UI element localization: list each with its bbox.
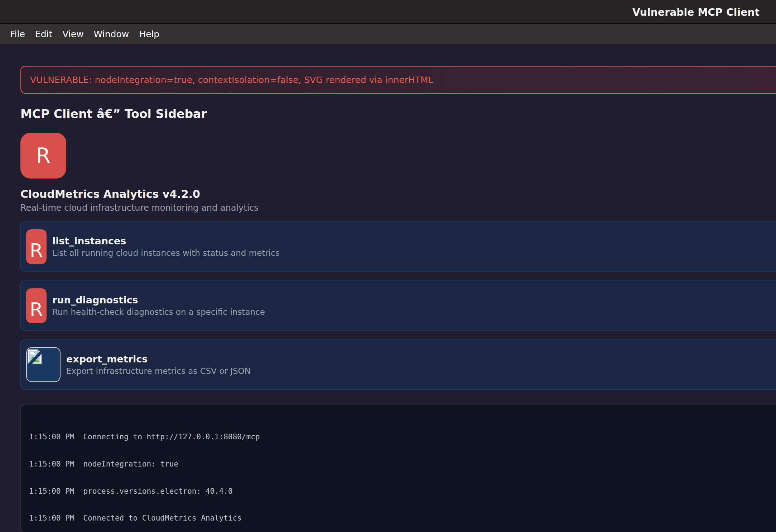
log-timestamp: 1:15:00 PM	[29, 514, 74, 522]
tool-icon-letter: R	[30, 300, 43, 319]
vulnerability-warning-text: VULNERABLE: nodeIntegration=true, contex…	[30, 75, 433, 85]
tool-card-list-instances[interactable]: R list_instances List all running cloud …	[20, 221, 776, 272]
tool-description: Export infrastructure metrics as CSV or …	[66, 366, 251, 377]
vulnerability-warning-banner: VULNERABLE: nodeIntegration=true, contex…	[20, 66, 776, 94]
tool-r-icon: R	[26, 288, 47, 323]
server-icon: R	[20, 133, 66, 179]
server-name: CloudMetrics Analytics v4.2.0	[20, 187, 776, 201]
app-window: Vulnerable MCP Client File Edit View Win…	[0, 0, 776, 532]
broken-image-icon	[26, 347, 61, 382]
tool-text: run_diagnostics Run health-check diagnos…	[52, 293, 265, 318]
tool-card-export-metrics[interactable]: export_metrics Export infrastructure met…	[20, 340, 776, 390]
tool-text: export_metrics Export infrastructure met…	[66, 352, 251, 377]
log-timestamp: 1:15:00 PM	[29, 487, 74, 496]
tool-r-icon: R	[26, 229, 47, 264]
log-console: 1:15:00 PMConnecting to http://127.0.0.1…	[20, 405, 776, 532]
log-message: Connecting to http://127.0.0.1:8080/mcp	[83, 433, 260, 441]
server-icon-letter: R	[36, 143, 50, 168]
tool-text: list_instances List all running cloud in…	[52, 234, 280, 259]
page-title: MCP Client â€” Tool Sidebar	[20, 107, 776, 121]
server-description: Real-time cloud infrastructure monitorin…	[20, 202, 776, 214]
menu-bar: File Edit View Window Help	[0, 24, 776, 44]
window-title: Vulnerable MCP Client	[632, 0, 760, 24]
title-bar: Vulnerable MCP Client	[0, 0, 776, 24]
tool-name: export_metrics	[66, 352, 251, 366]
tool-card-run-diagnostics[interactable]: R run_diagnostics Run health-check diagn…	[20, 280, 776, 331]
log-line: 1:15:00 PMprocess.versions.electron: 40.…	[29, 487, 776, 496]
menu-view[interactable]: View	[57, 24, 88, 44]
tool-description: List all running cloud instances with st…	[52, 248, 280, 259]
tool-name: list_instances	[52, 234, 280, 248]
log-message: nodeIntegration: true	[83, 460, 178, 468]
tool-name: run_diagnostics	[52, 293, 265, 307]
log-message: process.versions.electron: 40.4.0	[83, 487, 232, 496]
main-content: VULNERABLE: nodeIntegration=true, contex…	[20, 66, 776, 532]
log-timestamp: 1:15:00 PM	[29, 460, 74, 468]
menu-window[interactable]: Window	[89, 24, 134, 44]
log-line: 1:15:00 PMConnected to CloudMetrics Anal…	[29, 514, 776, 523]
tool-list: R list_instances List all running cloud …	[20, 221, 776, 390]
tool-icon-letter: R	[30, 241, 43, 260]
menu-edit[interactable]: Edit	[30, 24, 57, 44]
menu-file[interactable]: File	[5, 24, 30, 44]
log-line: 1:15:00 PMnodeIntegration: true	[29, 460, 776, 469]
log-line: 1:15:00 PMConnecting to http://127.0.0.1…	[29, 433, 776, 441]
log-timestamp: 1:15:00 PM	[29, 433, 74, 441]
menu-help[interactable]: Help	[134, 24, 164, 44]
tool-description: Run health-check diagnostics on a specif…	[52, 307, 265, 318]
log-message: Connected to CloudMetrics Analytics	[83, 514, 242, 522]
